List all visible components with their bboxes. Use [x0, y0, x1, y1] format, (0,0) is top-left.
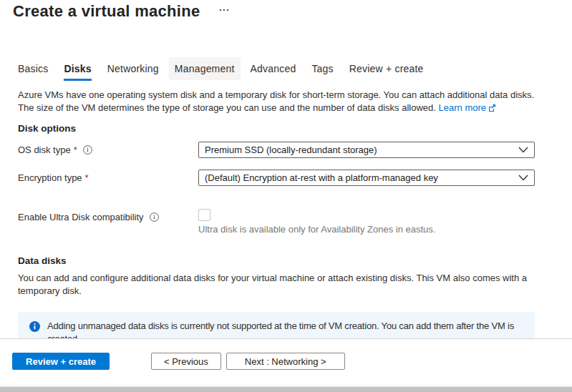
footer-buttons: Review + create < Previous Next : Networ…: [12, 353, 345, 370]
encryption-type-dropdown[interactable]: (Default) Encryption at-rest with a plat…: [198, 170, 535, 186]
info-icon[interactable]: [83, 145, 92, 155]
data-disks-heading: Data disks: [18, 255, 535, 266]
tab-basics[interactable]: Basics: [12, 57, 54, 80]
disk-options-heading: Disk options: [18, 123, 535, 134]
info-filled-icon: [29, 321, 40, 334]
disks-tab-content: Azure VMs have one operating system disk…: [18, 89, 535, 353]
external-link-icon: [488, 102, 495, 115]
encryption-type-label-group: Encryption type *: [18, 170, 89, 185]
tab-tags[interactable]: Tags: [306, 57, 339, 80]
encryption-type-control: (Default) Encryption at-rest with a plat…: [198, 170, 535, 186]
os-disk-type-dropdown[interactable]: Premium SSD (locally-redundant storage): [198, 142, 535, 158]
learn-more-label: Learn more: [439, 102, 486, 113]
ultra-disk-control: Ultra disk is available only for Availab…: [198, 209, 535, 235]
required-asterisk: *: [74, 144, 77, 155]
tab-management[interactable]: Management: [169, 57, 241, 80]
data-disks-description: You can add and configure additional dat…: [18, 272, 535, 298]
ultra-disk-row: Enable Ultra Disk compatibility Ultra di…: [18, 209, 535, 235]
encryption-type-row: Encryption type * (Default) Encryption a…: [18, 170, 535, 186]
ultra-disk-checkbox[interactable]: [198, 209, 210, 221]
tab-disks[interactable]: Disks: [58, 57, 97, 80]
tab-advanced[interactable]: Advanced: [245, 57, 302, 80]
wizard-tabs: BasicsDisksNetworkingManagementAdvancedT…: [12, 57, 434, 80]
encryption-type-label: Encryption type: [18, 172, 82, 183]
window-bottom-edge: [0, 386, 572, 392]
review-create-button[interactable]: Review + create: [12, 353, 110, 370]
tab-networking[interactable]: Networking: [102, 57, 165, 80]
wizard-footer: Review + create < Previous Next : Networ…: [0, 338, 572, 386]
chevron-down-icon: [518, 172, 528, 183]
learn-more-link[interactable]: Learn more: [439, 102, 495, 113]
encryption-type-value: (Default) Encryption at-rest with a plat…: [205, 172, 438, 183]
os-disk-type-value: Premium SSD (locally-redundant storage): [205, 144, 377, 155]
os-disk-type-label-group: OS disk type *: [18, 142, 92, 157]
ultra-disk-label: Enable Ultra Disk compatibility: [18, 212, 144, 222]
os-disk-type-row: OS disk type * Premium SSD (locally-redu…: [18, 142, 535, 158]
required-asterisk: *: [85, 172, 89, 183]
os-disk-type-control: Premium SSD (locally-redundant storage): [198, 142, 535, 158]
info-icon[interactable]: [150, 212, 159, 222]
tab-review-create[interactable]: Review + create: [344, 57, 430, 80]
ultra-disk-label-group: Enable Ultra Disk compatibility: [18, 209, 159, 225]
more-options-ellipsis-icon[interactable]: ...: [219, 3, 230, 13]
os-disk-type-label: OS disk type: [18, 144, 71, 155]
chevron-down-icon: [518, 144, 528, 155]
create-vm-page: Create a virtual machine ... BasicsDisks…: [0, 0, 572, 392]
intro-paragraph: Azure VMs have one operating system disk…: [18, 89, 535, 115]
ultra-disk-helper-text: Ultra disk is available only for Availab…: [198, 224, 535, 235]
next-networking-button[interactable]: Next : Networking >: [226, 353, 345, 370]
previous-button[interactable]: < Previous: [151, 353, 221, 370]
page-title: Create a virtual machine: [13, 2, 200, 21]
